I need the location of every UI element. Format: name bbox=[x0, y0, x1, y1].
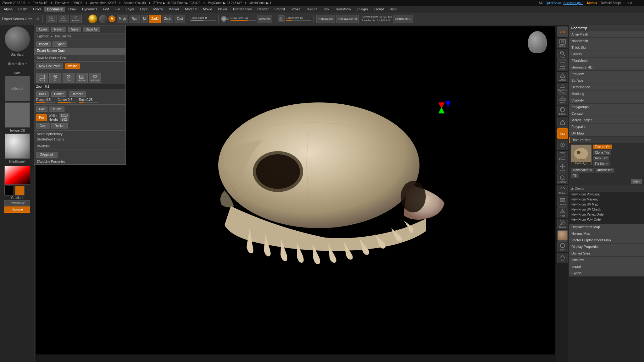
menu-item-brush[interactable]: Brush bbox=[16, 7, 30, 12]
zsub-btn[interactable]: Zsub bbox=[162, 15, 173, 23]
window-maximize[interactable]: □ bbox=[627, 1, 629, 5]
double-btn[interactable]: Double bbox=[49, 107, 64, 112]
wsize-btn[interactable]: WSize bbox=[65, 63, 80, 69]
line-fill-btn[interactable]: Line Fill bbox=[557, 196, 568, 207]
save-startup-btn[interactable]: Save As Startup Doc bbox=[34, 55, 125, 61]
new-txtr-btn[interactable]: New Txtr bbox=[593, 156, 609, 161]
preview-btn[interactable]: Preview bbox=[569, 71, 644, 77]
menu-item-transform[interactable]: Transform bbox=[333, 7, 353, 12]
export-screen-grab-btn[interactable]: Export Screen Grab bbox=[34, 48, 125, 54]
color-swatch-primary[interactable] bbox=[4, 186, 14, 195]
dynamic-persp-btn[interactable]: Dynamic Persp bbox=[557, 83, 568, 94]
window-close[interactable]: ✕ bbox=[630, 1, 632, 5]
menu-item-marker[interactable]: Marker bbox=[166, 7, 182, 12]
menu-item-render[interactable]: Render bbox=[255, 7, 271, 12]
uv-map-btn[interactable]: UV Map bbox=[569, 130, 644, 137]
zoom-icon-btn[interactable]: Zoom bbox=[557, 49, 568, 60]
new-from-uv-map-btn[interactable]: New From UV Map bbox=[569, 202, 644, 207]
menu-item-file[interactable]: File bbox=[112, 7, 123, 12]
dots-preview[interactable] bbox=[8, 58, 27, 70]
mrgb-btn[interactable]: Mrgb bbox=[117, 15, 128, 23]
deformation-btn[interactable]: Deformation bbox=[569, 84, 644, 90]
window-minimize[interactable]: ─ bbox=[623, 1, 625, 5]
texture-on-btn[interactable]: Texture On bbox=[593, 145, 612, 150]
menu-item-dynamics[interactable]: Dynamics bbox=[80, 7, 100, 12]
fill-btn[interactable]: Fill bbox=[571, 173, 579, 178]
revert-btn[interactable]: Revert bbox=[51, 27, 66, 32]
normal-map-btn[interactable]: Normal Map bbox=[569, 230, 644, 237]
floor-btn[interactable]: Floor bbox=[557, 94, 568, 105]
export-btn-rp[interactable]: Export bbox=[569, 270, 644, 277]
border2-btn[interactable]: Border2 bbox=[69, 91, 86, 97]
menu-item-alpha[interactable]: Alpha bbox=[1, 7, 15, 12]
scale-btn[interactable]: Scale bbox=[58, 15, 69, 23]
polygroups-btn[interactable]: Polygroups bbox=[569, 104, 644, 110]
fibermesh-btn[interactable]: FiberMesh bbox=[569, 58, 644, 64]
aahalf-btn[interactable]: AAHalf bbox=[89, 73, 101, 83]
delete-depth-btn[interactable]: DeleteDepthHistory bbox=[34, 137, 125, 142]
material-preview[interactable] bbox=[5, 134, 30, 159]
adjust-last-btn[interactable]: AdjustLast 1 bbox=[393, 15, 413, 23]
layers-btn[interactable]: Layers bbox=[569, 51, 644, 58]
zoom3d-btn[interactable]: Zoom3D bbox=[557, 173, 568, 184]
lightbox-menu-item[interactable]: Lightbox ▶ Documents bbox=[34, 34, 125, 39]
new-from-uv-check-btn[interactable]: New From UV Check bbox=[569, 207, 644, 212]
width-value[interactable]: 1610 bbox=[59, 113, 69, 118]
color-swatch-secondary[interactable] bbox=[15, 186, 25, 195]
texture-map-btn[interactable]: Texture Map bbox=[569, 137, 644, 143]
see-through-btn[interactable]: See-through 0 bbox=[564, 1, 583, 5]
polyf-btn[interactable]: Polyf bbox=[557, 207, 568, 218]
arraymesh-btn[interactable]: ArrayMesh bbox=[569, 31, 644, 38]
menu-item-stroke[interactable]: Stroke bbox=[288, 7, 303, 12]
lock-btn[interactable] bbox=[557, 117, 568, 128]
refresh-icon[interactable]: ↺ bbox=[36, 17, 39, 21]
half-btn[interactable]: Half bbox=[36, 107, 47, 112]
quicksave-btn[interactable]: QuickSave bbox=[546, 1, 561, 5]
z-intensity-slider[interactable] bbox=[286, 20, 311, 21]
default-zscript[interactable]: DefaultZScript bbox=[601, 1, 621, 5]
menu-item-stencil[interactable]: Stencil bbox=[272, 7, 287, 12]
camera-icon-btn[interactable] bbox=[278, 15, 285, 22]
m-btn[interactable]: M bbox=[141, 15, 148, 23]
draw-sphere[interactable] bbox=[88, 14, 97, 23]
switch-color-btn[interactable]: SwitchColor bbox=[4, 200, 30, 206]
masking-btn[interactable]: Masking bbox=[569, 90, 644, 97]
dyn-thumb[interactable] bbox=[557, 230, 568, 241]
in-btn[interactable]: In bbox=[49, 73, 61, 83]
pro-btn[interactable]: Pro bbox=[36, 114, 47, 121]
rate-slider[interactable] bbox=[79, 102, 98, 103]
menu-item-movie[interactable]: Movie bbox=[200, 7, 214, 12]
visibility-btn[interactable]: Visibility bbox=[569, 97, 644, 104]
new-from-masking-btn[interactable]: New From Masking bbox=[569, 197, 644, 202]
texture-preview[interactable] bbox=[5, 102, 30, 128]
alpha-preview[interactable]: Alpha Off bbox=[5, 76, 30, 101]
menu-item-preferences[interactable]: Preferences bbox=[230, 7, 254, 12]
frame-btn[interactable]: Frame bbox=[557, 151, 568, 162]
polypaint-btn[interactable]: Polypaint bbox=[569, 123, 644, 130]
unified-skin-btn[interactable]: Unified Skin bbox=[569, 250, 644, 257]
draw-sphere-alt[interactable] bbox=[99, 15, 107, 23]
thick-skin-btn[interactable]: Thick Skin bbox=[569, 44, 644, 51]
initialize-btn[interactable]: Initialize bbox=[569, 257, 644, 263]
height-value[interactable]: 992 bbox=[60, 118, 69, 122]
create-section[interactable]: ▶ Create bbox=[569, 186, 644, 192]
nanomesh-btn[interactable]: NanoMesh bbox=[569, 38, 644, 44]
actual-zoom-btn[interactable]: 1:1 Actual bbox=[76, 73, 88, 83]
menu-item-macro[interactable]: Macro bbox=[151, 7, 165, 12]
zapplink-btn[interactable]: ZAppLink bbox=[36, 152, 58, 158]
bpr-btn[interactable]: BPR bbox=[557, 26, 568, 37]
menu-item-zscript[interactable]: Zscript bbox=[371, 7, 386, 12]
new-from-vertex-order-btn[interactable]: New From Vertex Order bbox=[569, 212, 644, 217]
solo-obj-btn[interactable] bbox=[557, 140, 568, 150]
geometry-hd-btn[interactable]: Geometry HD bbox=[569, 64, 644, 71]
transp-btn[interactable]: Transp bbox=[557, 219, 568, 229]
menu-item-layer[interactable]: Layer bbox=[123, 7, 137, 12]
menu-item-picker[interactable]: Picker bbox=[215, 7, 230, 12]
menu-item-texture[interactable]: Texture bbox=[303, 7, 320, 12]
menu-item-material[interactable]: Material bbox=[182, 7, 200, 12]
import-btn[interactable]: Import bbox=[36, 41, 51, 47]
zcut-btn[interactable]: Zcut bbox=[175, 15, 185, 23]
aahat-btn[interactable]: AAHat bbox=[557, 72, 568, 82]
range-slider[interactable] bbox=[36, 102, 55, 103]
surface-btn[interactable]: Surface bbox=[569, 77, 644, 84]
